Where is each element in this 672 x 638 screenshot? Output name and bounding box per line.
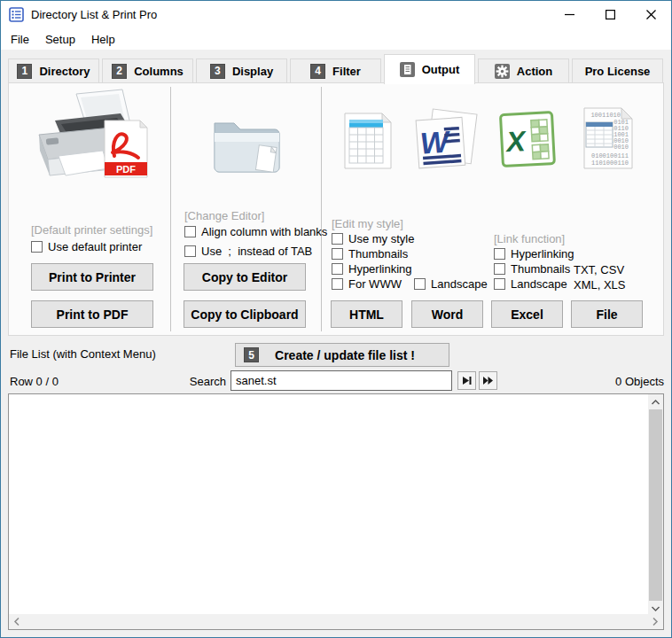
checkbox-align-columns[interactable]: Align column with blanks (184, 225, 327, 238)
svg-text:0100100111: 0100100111 (591, 152, 629, 160)
checkbox-label: Align column with blanks (201, 225, 327, 238)
window-title: Directory List & Print Pro (31, 8, 157, 21)
copy-to-editor-button[interactable]: Copy to Editor (184, 263, 306, 291)
checkbox-box[interactable] (332, 233, 343, 245)
binary-file-icon: 10011010 0101 10110 11001 10010 0010 010… (582, 106, 634, 170)
tab-action-label: Action (517, 65, 552, 78)
tab-badge-2: 2 (112, 64, 127, 79)
checkbox-for-www[interactable]: For WWW (332, 277, 402, 291)
checkbox-thumbnails[interactable]: Thumbnails (332, 247, 408, 261)
tab-filter-label: Filter (332, 65, 361, 78)
checkbox-box[interactable] (332, 263, 343, 275)
svg-text:1101000110: 1101000110 (591, 160, 629, 167)
tab-badge-1: 1 (17, 64, 32, 79)
checkbox-use-semicolon[interactable]: Use ; instead of TAB (184, 245, 312, 258)
formats-xml-xls: XML, XLS (574, 278, 626, 292)
vertical-scrollbar[interactable] (648, 394, 663, 616)
checkbox-hyperlinking[interactable]: Hyperlinking (332, 262, 412, 276)
tab-columns[interactable]: 2 Columns (102, 58, 193, 82)
checkbox-box[interactable] (494, 278, 505, 290)
svg-text:PDF: PDF (116, 164, 136, 175)
row-counter: Row 0 / 0 (10, 375, 59, 388)
create-file-list-label: Create / update file list ! (259, 348, 431, 362)
tab-directory[interactable]: 1 Directory (8, 58, 99, 82)
tab-display[interactable]: 3 Display (196, 58, 287, 82)
svg-text:X: X (504, 125, 527, 158)
app-window: Directory List & Print Pro File Setup He… (0, 0, 672, 638)
search-all-button[interactable] (479, 371, 497, 390)
checkbox-box[interactable] (414, 278, 426, 290)
html-table-icon (343, 112, 393, 170)
scroll-up-button[interactable] (648, 394, 663, 409)
printer-group-label: [Default printer settings] (31, 223, 152, 237)
file-button[interactable]: File (571, 300, 643, 328)
chevron-left-icon[interactable] (13, 617, 20, 626)
minimize-button[interactable] (549, 1, 590, 28)
checkbox-link-thumbnails[interactable]: Thumbnails (494, 262, 570, 276)
minimize-icon (565, 10, 574, 19)
html-button[interactable]: HTML (331, 300, 402, 328)
search-next-button[interactable] (457, 371, 476, 390)
checkbox-link-hyperlinking[interactable]: Hyperlinking (494, 247, 574, 261)
checkbox-box[interactable] (184, 245, 196, 257)
word-icon: W (412, 108, 480, 172)
checkbox-use-default-printer[interactable]: Use default printer (31, 240, 142, 253)
checkbox-label: Use default printer (48, 240, 142, 253)
printer-pdf-icon: PDF (25, 89, 151, 186)
svg-text:0010: 0010 (613, 144, 629, 151)
tab-pro-license[interactable]: Pro License (572, 58, 663, 82)
checkbox-label: Landscape (511, 277, 567, 291)
chevron-up-icon (651, 399, 660, 406)
copy-to-clipboard-button[interactable]: Copy to Clipboard (184, 300, 306, 328)
create-file-list-button[interactable]: 5 Create / update file list ! (235, 343, 449, 367)
checkbox-box[interactable] (332, 248, 343, 260)
menu-file[interactable]: File (3, 28, 37, 50)
maximize-button[interactable] (590, 1, 630, 28)
tab-badge-3: 3 (210, 64, 225, 79)
document-icon (400, 62, 415, 77)
checkbox-link-landscape[interactable]: Landscape (494, 277, 567, 291)
checkbox-box[interactable] (494, 263, 505, 275)
tab-output[interactable]: Output (384, 54, 475, 84)
print-to-printer-button[interactable]: Print to Printer (31, 263, 153, 291)
gear-icon (495, 64, 510, 79)
app-icon[interactable] (9, 7, 24, 22)
chevron-down-icon (651, 605, 660, 612)
tab-strip: 1 Directory 2 Columns 3 Display 4 Filter… (8, 54, 666, 83)
checkbox-landscape-html[interactable]: Landscape (414, 277, 488, 291)
tab-display-label: Display (232, 65, 273, 78)
menu-setup[interactable]: Setup (37, 28, 83, 50)
close-icon (646, 10, 656, 19)
chevron-right-icon[interactable] (652, 617, 659, 626)
close-button[interactable] (630, 1, 671, 28)
checkbox-label: Hyperlinking (511, 247, 574, 261)
tab-columns-label: Columns (134, 65, 184, 78)
horizontal-scrollbar[interactable] (9, 614, 663, 629)
tab-filter[interactable]: 4 Filter (290, 58, 381, 82)
menu-bar: File Setup Help (1, 28, 671, 50)
checkbox-box[interactable] (31, 241, 43, 253)
checkbox-label: Landscape (431, 277, 488, 291)
section-divider (170, 87, 171, 331)
print-to-pdf-button[interactable]: Print to PDF (31, 300, 153, 328)
output-panel: PDF [Default printer settings] Use defau… (8, 82, 664, 336)
file-list-area[interactable] (8, 393, 664, 630)
editor-group-label: [Change Editor] (184, 209, 264, 222)
checkbox-label: Use ; instead of TAB (201, 245, 312, 258)
checkbox-box[interactable] (494, 248, 505, 260)
svg-text:10011010: 10011010 (590, 112, 621, 119)
excel-button[interactable]: Excel (491, 300, 563, 328)
checkbox-use-my-style[interactable]: Use my style (332, 232, 414, 245)
folder-page-icon (255, 145, 277, 173)
checkbox-label: Thumbnails (348, 247, 408, 261)
word-button[interactable]: Word (411, 300, 483, 328)
search-input[interactable] (231, 370, 452, 391)
tab-action[interactable]: Action (478, 58, 569, 82)
checkbox-box[interactable] (184, 226, 196, 237)
checkbox-box[interactable] (332, 278, 343, 290)
vertical-scroll-thumb[interactable] (649, 409, 662, 601)
tab-output-label: Output (422, 63, 460, 76)
menu-help[interactable]: Help (83, 28, 123, 50)
tab-badge-4: 4 (310, 64, 325, 79)
tab-directory-label: Directory (39, 65, 90, 78)
